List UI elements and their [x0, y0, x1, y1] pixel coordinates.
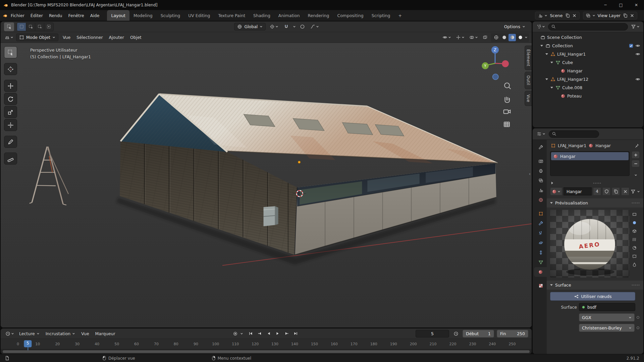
workspace-tab-shading[interactable]: Shading: [249, 10, 274, 21]
disclosure-icon[interactable]: [540, 45, 544, 47]
jump-end-button[interactable]: [292, 330, 300, 337]
frame-end-field[interactable]: Fin250: [497, 330, 528, 338]
properties-tab-texture[interactable]: [535, 281, 547, 291]
timeline-editor-type-button[interactable]: [4, 330, 15, 337]
tool-transform-button[interactable]: [4, 119, 17, 131]
proportional-edit-toggle[interactable]: [299, 23, 306, 30]
sidebar-expand-arrow[interactable]: ‹: [529, 171, 531, 176]
properties-tab-scene[interactable]: [535, 185, 547, 195]
remove-slot-button[interactable]: [632, 160, 640, 167]
disclosure-icon[interactable]: [545, 78, 549, 80]
gizmos-dropdown[interactable]: [454, 34, 466, 41]
view-layer-selector[interactable]: View Layer: [583, 12, 638, 19]
workspace-tab-uv-editing[interactable]: UV Editing: [184, 10, 214, 21]
subsurface-method-dropdown[interactable]: Christensen-Burley: [579, 324, 635, 332]
tool-annotate-button[interactable]: [4, 136, 17, 148]
properties-tab-object-data[interactable]: [535, 257, 547, 267]
properties-search-input[interactable]: [549, 130, 599, 138]
outliner-row-hangar[interactable]: Hangar: [533, 67, 643, 75]
prev-keyframe-button[interactable]: [256, 330, 264, 337]
properties-tab-particles[interactable]: [535, 228, 547, 238]
preview-type-flat[interactable]: [631, 210, 638, 218]
pivot-point-dropdown[interactable]: [268, 23, 280, 30]
timeline-menu-vue[interactable]: Vue: [78, 330, 92, 338]
current-frame-field[interactable]: 5: [416, 330, 449, 338]
browse-material-button[interactable]: [550, 187, 562, 195]
outliner-row-poteau[interactable]: Poteau: [533, 92, 643, 100]
use-nodes-button[interactable]: Utiliser nœuds: [550, 292, 635, 301]
xray-toggle[interactable]: [481, 34, 489, 41]
sidebar-tab-outil[interactable]: Outil: [525, 72, 532, 89]
timeline-scrollbar[interactable]: [1, 349, 532, 354]
breadcrumb-material[interactable]: Hangar: [595, 143, 611, 148]
new-scene-button[interactable]: [565, 13, 570, 18]
select-mode-invert[interactable]: [44, 23, 53, 31]
pin-icon[interactable]: [634, 143, 639, 148]
properties-tab-material[interactable]: [534, 267, 547, 277]
use-preview-range-toggle[interactable]: [452, 330, 460, 337]
tool-scale-button[interactable]: [4, 106, 17, 118]
select-mode-subtract[interactable]: [35, 23, 44, 31]
add-slot-button[interactable]: [632, 151, 640, 159]
blender-menu-icon[interactable]: [3, 13, 8, 18]
editor-type-button[interactable]: [3, 34, 15, 41]
outliner-row-lfaj-hangar12[interactable]: LFAJ_Hangar12: [533, 75, 643, 83]
close-button[interactable]: ✕: [629, 0, 644, 10]
viewport-menu-selectionner[interactable]: Sélectionner: [73, 34, 106, 41]
viewport-menu-objet[interactable]: Objet: [127, 34, 145, 41]
workspace-tab-rendering[interactable]: Rendering: [304, 10, 333, 21]
tool-cursor-button[interactable]: [4, 63, 17, 75]
material-name-field[interactable]: Hangar: [564, 187, 592, 195]
delete-scene-button[interactable]: [572, 13, 577, 18]
properties-tab-object[interactable]: [535, 209, 547, 219]
workspace-tab-sculpting[interactable]: Sculpting: [157, 10, 184, 21]
object-types-visibility-dropdown[interactable]: [441, 34, 452, 41]
outliner-row-scene-collection[interactable]: Scene Collection: [533, 33, 643, 42]
new-material-button[interactable]: [612, 187, 620, 195]
mode-dropdown[interactable]: Mode Objet: [16, 34, 58, 41]
surface-shader-field[interactable]: bsdf: [579, 303, 635, 311]
play-button[interactable]: [274, 330, 282, 337]
overlays-dropdown[interactable]: [468, 34, 479, 41]
preview-type-cube[interactable]: [631, 227, 638, 235]
viewport-menu-vue[interactable]: Vue: [60, 34, 73, 41]
hide-eye-icon[interactable]: [635, 52, 640, 57]
select-mode-new[interactable]: [17, 23, 26, 31]
distribution-dropdown[interactable]: GGX: [579, 313, 635, 321]
outliner-row-cube-008[interactable]: Cube.008: [533, 83, 643, 92]
properties-tab-modifiers[interactable]: [535, 219, 547, 228]
resize-grip[interactable]: [593, 182, 601, 184]
panel-grip[interactable]: [631, 284, 640, 286]
slot-specials-button[interactable]: [632, 171, 640, 179]
playhead[interactable]: 5: [24, 340, 32, 347]
tool-measure-button[interactable]: [4, 153, 17, 165]
shading-options-chevron[interactable]: [525, 36, 528, 39]
proportional-falloff-dropdown[interactable]: [309, 23, 320, 30]
timeline-scrollbar-thumb[interactable]: [3, 350, 530, 353]
new-view-layer-button[interactable]: [623, 13, 628, 18]
users-count-button[interactable]: 4: [593, 187, 601, 195]
menu-editer[interactable]: Éditer: [28, 12, 46, 19]
snap-toggle[interactable]: [282, 23, 290, 30]
outliner-row-cube[interactable]: Cube: [533, 58, 643, 67]
properties-tab-output[interactable]: [535, 166, 547, 176]
surface-section-header[interactable]: Surface: [547, 281, 643, 290]
workspace-tab-compositing[interactable]: Compositing: [333, 10, 367, 21]
gizmo-minus-z-axis[interactable]: [493, 74, 498, 80]
menu-fenetre[interactable]: Fenêtre: [65, 12, 87, 19]
disclosure-icon[interactable]: [545, 53, 549, 55]
snap-options-chevron[interactable]: [293, 25, 296, 28]
panel-grip[interactable]: [631, 202, 640, 204]
timeline-menu-marqueur[interactable]: Marqueur: [92, 330, 118, 338]
outliner-search-input[interactable]: [548, 23, 628, 31]
outliner-editor-type-button[interactable]: [535, 23, 546, 30]
sidebar-tab-vue[interactable]: Vue: [525, 91, 532, 106]
viewport-menu-ajouter[interactable]: Ajouter: [106, 34, 127, 41]
decorator-dot[interactable]: [637, 316, 639, 319]
auto-keyframe-toggle[interactable]: [231, 330, 239, 337]
properties-tab-tool[interactable]: [535, 142, 547, 152]
shading-rendered-button[interactable]: [517, 34, 524, 41]
sidebar-tab-element[interactable]: Élément: [525, 46, 532, 70]
outliner-row-lfaj-hangar1[interactable]: LFAJ_Hangar1: [533, 50, 643, 58]
maximize-button[interactable]: □: [613, 0, 629, 10]
